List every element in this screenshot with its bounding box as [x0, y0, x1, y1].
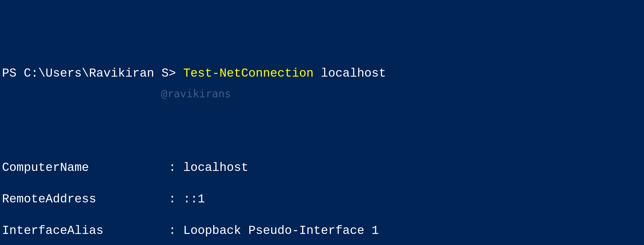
command-cmdlet: Test-NetConnection [183, 67, 313, 80]
output-key: InterfaceAlias [2, 224, 162, 237]
watermark-text: @ravikirans [161, 87, 231, 101]
output-row-computername: ComputerName : localhost [2, 160, 642, 175]
output-value: Loopback Pseudo-Interface 1 [183, 224, 379, 237]
output-value: ::1 [183, 192, 205, 206]
output-sep: : [162, 224, 183, 237]
output-sep: : [162, 192, 183, 206]
output-row-interfacealias: InterfaceAlias : Loopback Pseudo-Interfa… [2, 223, 642, 238]
output-row-remoteaddress: RemoteAddress : ::1 [2, 191, 642, 207]
prompt-line[interactable]: PS C:\Users\Ravikiran S> Test-NetConnect… [2, 66, 642, 81]
output-key: RemoteAddress [2, 192, 162, 206]
output-value: localhost [183, 161, 248, 174]
command-output: ComputerName : localhost RemoteAddress :… [2, 144, 642, 245]
output-key: ComputerName [2, 161, 162, 174]
prompt-prefix: PS C:\Users\Ravikiran S> [2, 67, 183, 80]
output-sep: : [162, 161, 183, 174]
command-argument: localhost [314, 67, 386, 80]
